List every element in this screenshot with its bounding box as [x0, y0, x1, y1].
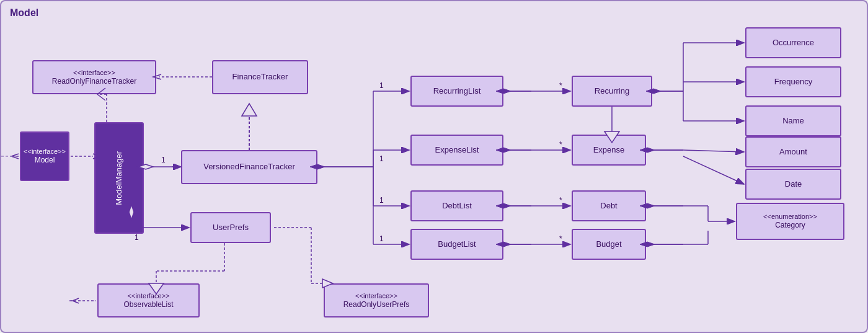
svg-line-73	[683, 150, 744, 152]
expense-list-box: ExpenseList	[410, 135, 503, 166]
debt-list-box: DebtList	[410, 190, 503, 221]
budget-list-box: BudgetList	[410, 229, 503, 260]
svg-text:1: 1	[135, 233, 139, 242]
svg-text:*: *	[559, 140, 562, 149]
svg-text:1: 1	[379, 154, 384, 163]
svg-text:*: *	[559, 196, 562, 205]
svg-text:1: 1	[379, 196, 384, 205]
amount-box: Amount	[745, 136, 841, 167]
svg-text:1: 1	[379, 81, 384, 90]
recurring-list-box: RecurringList	[410, 76, 503, 107]
diagram-title: Model	[10, 7, 38, 19]
svg-text:*: *	[559, 81, 562, 90]
debt-box: Debt	[572, 190, 646, 221]
svg-line-74	[683, 156, 744, 184]
model-manager-box: ModelManager	[94, 122, 144, 234]
readonly-finance-tracker-box: <<interface>> ReadOnlyFinanceTracker	[32, 60, 156, 94]
svg-text:*: *	[559, 234, 562, 243]
expense-box: Expense	[572, 135, 646, 166]
readonly-user-prefs-box: <<interface>> ReadOnlyUserPrefs	[324, 283, 429, 317]
recurring-box: Recurring	[572, 76, 652, 107]
user-prefs-box: UserPrefs	[190, 212, 271, 243]
interface-model-box: <<interface>> Model	[20, 131, 69, 181]
budget-box: Budget	[572, 229, 646, 260]
svg-text:1: 1	[379, 234, 384, 243]
occurrence-box: Occurrence	[745, 27, 841, 58]
frequency-box: Frequency	[745, 66, 841, 97]
date-box: Date	[745, 169, 841, 200]
svg-marker-11	[242, 104, 257, 116]
diagram-container: Model <<interface>> Model ModelManager <…	[0, 0, 868, 333]
observable-list-box: <<interface>> ObservableList	[97, 283, 200, 317]
finance-tracker-box: FinanceTracker	[212, 60, 308, 94]
category-box: <<enumeration>> Category	[736, 203, 844, 240]
name-box: Name	[745, 105, 841, 136]
svg-text:1: 1	[161, 156, 166, 164]
versioned-finance-tracker-box: VersionedFinanceTracker	[181, 150, 317, 184]
